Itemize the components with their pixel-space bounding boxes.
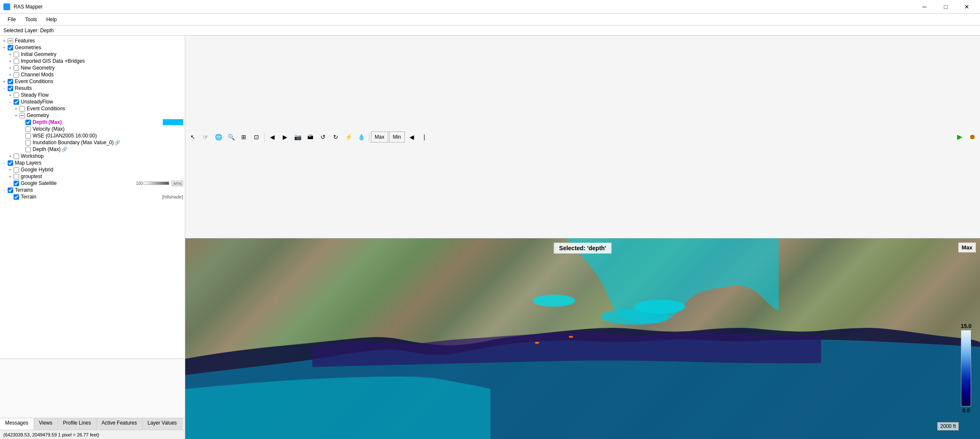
- tree-item-steady-flow[interactable]: +Steady Flow: [0, 92, 185, 98]
- expand-btn-workshop[interactable]: +: [8, 154, 13, 159]
- tab-active-features[interactable]: Active Features: [97, 418, 142, 430]
- back-btn[interactable]: ◀: [266, 131, 278, 143]
- record-btn[interactable]: ⏺: [966, 131, 978, 143]
- rotate2-btn[interactable]: ↻: [330, 131, 342, 143]
- checkbox-geometry-2[interactable]: [19, 113, 25, 118]
- water-btn[interactable]: 💧: [355, 131, 367, 143]
- checkbox-grouptest[interactable]: [14, 174, 19, 179]
- menu-help[interactable]: Help: [42, 15, 61, 24]
- rotate-btn[interactable]: ↺: [317, 131, 329, 143]
- tree-item-event-conditions[interactable]: +Event Conditions: [0, 78, 185, 85]
- forward-btn[interactable]: ▶: [279, 131, 291, 143]
- checkbox-depth-max[interactable]: [25, 120, 31, 125]
- tree-item-channel-mods[interactable]: +Channel Mods: [0, 71, 185, 78]
- expand-btn-new-geometry[interactable]: +: [8, 65, 13, 70]
- tree-item-new-geometry[interactable]: +New Geometry: [0, 64, 185, 71]
- tree-item-depth-max-2[interactable]: Depth (Max)🔗: [0, 146, 185, 153]
- tree-item-workshop[interactable]: +Workshop: [0, 153, 185, 159]
- checkbox-google-satellite[interactable]: [14, 181, 19, 186]
- checkbox-results[interactable]: [8, 86, 13, 91]
- checkbox-initial-geometry[interactable]: [14, 52, 19, 57]
- tree-panel[interactable]: +Features+Geometries+Initial Geometry+Im…: [0, 36, 185, 358]
- pan-tool-btn[interactable]: ☞: [200, 131, 212, 143]
- checkbox-geometries[interactable]: [8, 45, 13, 50]
- menu-tools[interactable]: Tools: [21, 15, 41, 24]
- expand-btn-features[interactable]: +: [2, 38, 7, 43]
- play-btn[interactable]: ▶: [954, 131, 966, 143]
- expand-btn-terrains[interactable]: -: [2, 187, 7, 193]
- tree-item-initial-geometry[interactable]: +Initial Geometry: [0, 51, 185, 58]
- globe-btn[interactable]: 🌐: [212, 131, 224, 143]
- tree-item-geometry-2[interactable]: +Geometry: [0, 112, 185, 119]
- minimize-button[interactable]: ─: [915, 0, 934, 14]
- expand-btn-channel-mods[interactable]: +: [8, 72, 13, 77]
- expand-btn-grouptest[interactable]: +: [8, 174, 13, 179]
- tree-item-map-layers[interactable]: -Map Layers: [0, 159, 185, 166]
- tree-item-wse[interactable]: WSE (01JAN2005 16:00:00): [0, 132, 185, 139]
- lightning-btn[interactable]: ⚡: [342, 131, 354, 143]
- tree-item-terrains[interactable]: -Terrains: [0, 187, 185, 193]
- zoom-extent-btn[interactable]: ⊞: [238, 131, 250, 143]
- zoom-btn[interactable]: 🔍: [225, 131, 237, 143]
- expand-btn-geometry-2[interactable]: +: [14, 113, 19, 118]
- expand-btn-google-hybrid[interactable]: +: [8, 167, 13, 172]
- tree-item-velocity-max[interactable]: Velocity (Max): [0, 126, 185, 132]
- expand-btn-event-conditions[interactable]: +: [2, 79, 7, 84]
- tab-messages[interactable]: Messages: [0, 418, 34, 430]
- close-button[interactable]: ✕: [957, 0, 977, 14]
- tree-item-features[interactable]: +Features: [0, 37, 185, 44]
- checkbox-workshop[interactable]: [14, 154, 19, 159]
- expand-btn-event-conditions-2[interactable]: +: [14, 106, 19, 111]
- opacity-bar-google-satellite[interactable]: [144, 182, 169, 185]
- tab-layer-values[interactable]: Layer Values: [142, 418, 182, 430]
- terrain-btn[interactable]: 🏔: [304, 131, 316, 143]
- tree-item-results[interactable]: -Results: [0, 85, 185, 92]
- tree-item-imported-gis[interactable]: +Imported GIS Data +Bridges: [0, 58, 185, 64]
- tree-item-google-satellite[interactable]: Google Satellite100wms: [0, 180, 185, 187]
- tree-item-inundation[interactable]: Inundation Boundary (Max Value_0)🔗: [0, 139, 185, 146]
- checkbox-steady-flow[interactable]: [14, 92, 19, 98]
- tree-item-terrain[interactable]: Terrain[hillshade]: [0, 193, 185, 200]
- tab-profile-lines[interactable]: Profile Lines: [58, 418, 97, 430]
- max-btn[interactable]: Max: [371, 131, 388, 143]
- left-arrow-btn[interactable]: ◀: [406, 131, 418, 143]
- maximize-button[interactable]: □: [936, 0, 955, 14]
- checkbox-new-geometry[interactable]: [14, 65, 19, 71]
- expand-btn-results[interactable]: -: [2, 86, 7, 91]
- tree-item-unsteady-flow[interactable]: -UnsteadyFlow: [0, 98, 185, 105]
- select-tool-btn[interactable]: ↖: [187, 131, 199, 143]
- menu-file[interactable]: File: [3, 15, 20, 24]
- checkbox-imported-gis[interactable]: [14, 59, 19, 64]
- tree-item-depth-max[interactable]: Depth (Max): [0, 119, 185, 126]
- camera-btn[interactable]: 📷: [292, 131, 303, 143]
- checkbox-wse[interactable]: [25, 133, 31, 139]
- expand-btn-steady-flow[interactable]: +: [8, 92, 13, 98]
- expand-btn-unsteady-flow[interactable]: -: [8, 99, 13, 104]
- checkbox-terrain[interactable]: [14, 194, 19, 200]
- checkbox-unsteady-flow[interactable]: [14, 99, 19, 105]
- zoom-full-btn[interactable]: ⊡: [251, 131, 262, 143]
- title-bar-controls: ─ □ ✕: [915, 0, 977, 14]
- min-btn[interactable]: Min: [389, 131, 405, 143]
- tab-views[interactable]: Views: [34, 418, 58, 430]
- map-canvas[interactable]: Selected: 'depth' Max 15.0 0.0 2000 ft: [185, 238, 980, 439]
- tree-item-google-hybrid[interactable]: +Google Hybrid: [0, 166, 185, 173]
- tree-item-event-conditions-2[interactable]: +Event Conditions: [0, 105, 185, 112]
- tree-item-geometries[interactable]: +Geometries: [0, 44, 185, 51]
- expand-btn-initial-geometry[interactable]: +: [8, 52, 13, 57]
- checkbox-event-conditions-2[interactable]: [19, 106, 25, 112]
- expand-btn-geometries[interactable]: +: [2, 45, 7, 50]
- expand-btn-map-layers[interactable]: -: [2, 160, 7, 165]
- checkbox-event-conditions[interactable]: [8, 79, 13, 84]
- checkbox-features[interactable]: [8, 38, 13, 44]
- checkbox-channel-mods[interactable]: [14, 72, 19, 78]
- pipe-btn[interactable]: |: [418, 131, 430, 143]
- expand-btn-imported-gis[interactable]: +: [8, 59, 13, 64]
- tree-item-grouptest[interactable]: +grouptest: [0, 173, 185, 180]
- checkbox-inundation[interactable]: [25, 140, 31, 145]
- checkbox-google-hybrid[interactable]: [14, 167, 19, 173]
- checkbox-terrains[interactable]: [8, 187, 13, 193]
- checkbox-velocity-max[interactable]: [25, 126, 31, 132]
- checkbox-depth-max-2[interactable]: [25, 147, 31, 152]
- checkbox-map-layers[interactable]: [8, 160, 13, 166]
